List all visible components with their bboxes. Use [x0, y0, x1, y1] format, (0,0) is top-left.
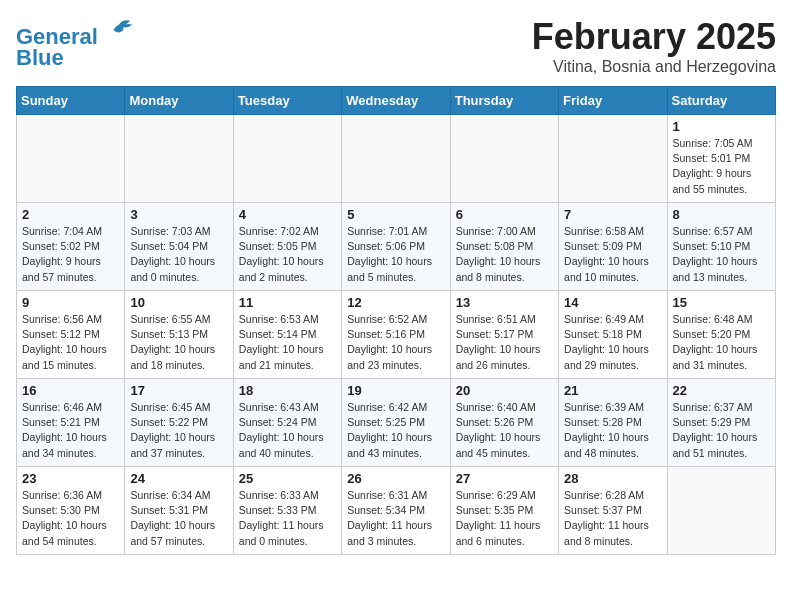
day-info: Sunrise: 7:05 AM Sunset: 5:01 PM Dayligh… [673, 136, 770, 197]
day-info: Sunrise: 6:37 AM Sunset: 5:29 PM Dayligh… [673, 400, 770, 461]
day-info: Sunrise: 6:45 AM Sunset: 5:22 PM Dayligh… [130, 400, 227, 461]
day-info: Sunrise: 6:40 AM Sunset: 5:26 PM Dayligh… [456, 400, 553, 461]
calendar-cell: 2Sunrise: 7:04 AM Sunset: 5:02 PM Daylig… [17, 203, 125, 291]
day-info: Sunrise: 6:53 AM Sunset: 5:14 PM Dayligh… [239, 312, 336, 373]
weekday-sunday: Sunday [17, 87, 125, 115]
day-number: 15 [673, 295, 770, 310]
day-number: 24 [130, 471, 227, 486]
day-number: 2 [22, 207, 119, 222]
day-number: 10 [130, 295, 227, 310]
week-row-2: 2Sunrise: 7:04 AM Sunset: 5:02 PM Daylig… [17, 203, 776, 291]
calendar-cell: 28Sunrise: 6:28 AM Sunset: 5:37 PM Dayli… [559, 467, 667, 555]
day-number: 4 [239, 207, 336, 222]
day-number: 26 [347, 471, 444, 486]
day-info: Sunrise: 6:36 AM Sunset: 5:30 PM Dayligh… [22, 488, 119, 549]
day-number: 5 [347, 207, 444, 222]
day-number: 19 [347, 383, 444, 398]
calendar-cell: 21Sunrise: 6:39 AM Sunset: 5:28 PM Dayli… [559, 379, 667, 467]
day-info: Sunrise: 6:52 AM Sunset: 5:16 PM Dayligh… [347, 312, 444, 373]
day-number: 21 [564, 383, 661, 398]
day-info: Sunrise: 6:39 AM Sunset: 5:28 PM Dayligh… [564, 400, 661, 461]
day-info: Sunrise: 6:49 AM Sunset: 5:18 PM Dayligh… [564, 312, 661, 373]
day-number: 27 [456, 471, 553, 486]
day-info: Sunrise: 6:57 AM Sunset: 5:10 PM Dayligh… [673, 224, 770, 285]
day-number: 7 [564, 207, 661, 222]
day-number: 13 [456, 295, 553, 310]
title-block: February 2025 Vitina, Bosnia and Herzego… [532, 16, 776, 76]
day-info: Sunrise: 6:58 AM Sunset: 5:09 PM Dayligh… [564, 224, 661, 285]
week-row-3: 9Sunrise: 6:56 AM Sunset: 5:12 PM Daylig… [17, 291, 776, 379]
weekday-saturday: Saturday [667, 87, 775, 115]
calendar-cell: 22Sunrise: 6:37 AM Sunset: 5:29 PM Dayli… [667, 379, 775, 467]
calendar-cell: 4Sunrise: 7:02 AM Sunset: 5:05 PM Daylig… [233, 203, 341, 291]
day-info: Sunrise: 7:04 AM Sunset: 5:02 PM Dayligh… [22, 224, 119, 285]
week-row-4: 16Sunrise: 6:46 AM Sunset: 5:21 PM Dayli… [17, 379, 776, 467]
calendar-cell: 15Sunrise: 6:48 AM Sunset: 5:20 PM Dayli… [667, 291, 775, 379]
calendar-cell: 26Sunrise: 6:31 AM Sunset: 5:34 PM Dayli… [342, 467, 450, 555]
day-number: 6 [456, 207, 553, 222]
calendar-cell: 18Sunrise: 6:43 AM Sunset: 5:24 PM Dayli… [233, 379, 341, 467]
day-info: Sunrise: 6:46 AM Sunset: 5:21 PM Dayligh… [22, 400, 119, 461]
day-number: 23 [22, 471, 119, 486]
calendar-cell: 5Sunrise: 7:01 AM Sunset: 5:06 PM Daylig… [342, 203, 450, 291]
day-info: Sunrise: 7:03 AM Sunset: 5:04 PM Dayligh… [130, 224, 227, 285]
week-row-1: 1Sunrise: 7:05 AM Sunset: 5:01 PM Daylig… [17, 115, 776, 203]
day-number: 25 [239, 471, 336, 486]
day-info: Sunrise: 6:43 AM Sunset: 5:24 PM Dayligh… [239, 400, 336, 461]
calendar-cell: 11Sunrise: 6:53 AM Sunset: 5:14 PM Dayli… [233, 291, 341, 379]
calendar-cell: 10Sunrise: 6:55 AM Sunset: 5:13 PM Dayli… [125, 291, 233, 379]
day-info: Sunrise: 6:28 AM Sunset: 5:37 PM Dayligh… [564, 488, 661, 549]
day-info: Sunrise: 6:55 AM Sunset: 5:13 PM Dayligh… [130, 312, 227, 373]
calendar-cell [559, 115, 667, 203]
day-info: Sunrise: 6:56 AM Sunset: 5:12 PM Dayligh… [22, 312, 119, 373]
calendar-cell: 7Sunrise: 6:58 AM Sunset: 5:09 PM Daylig… [559, 203, 667, 291]
weekday-monday: Monday [125, 87, 233, 115]
calendar-table: SundayMondayTuesdayWednesdayThursdayFrid… [16, 86, 776, 555]
calendar-cell: 13Sunrise: 6:51 AM Sunset: 5:17 PM Dayli… [450, 291, 558, 379]
calendar-cell: 6Sunrise: 7:00 AM Sunset: 5:08 PM Daylig… [450, 203, 558, 291]
day-number: 14 [564, 295, 661, 310]
calendar-cell [125, 115, 233, 203]
day-info: Sunrise: 6:51 AM Sunset: 5:17 PM Dayligh… [456, 312, 553, 373]
day-number: 17 [130, 383, 227, 398]
calendar-cell: 3Sunrise: 7:03 AM Sunset: 5:04 PM Daylig… [125, 203, 233, 291]
week-row-5: 23Sunrise: 6:36 AM Sunset: 5:30 PM Dayli… [17, 467, 776, 555]
calendar-cell [667, 467, 775, 555]
day-info: Sunrise: 6:31 AM Sunset: 5:34 PM Dayligh… [347, 488, 444, 549]
day-number: 3 [130, 207, 227, 222]
logo-bird-icon [106, 16, 134, 44]
calendar-body: 1Sunrise: 7:05 AM Sunset: 5:01 PM Daylig… [17, 115, 776, 555]
page-header: General Blue February 2025 Vitina, Bosni… [16, 16, 776, 76]
calendar-cell: 27Sunrise: 6:29 AM Sunset: 5:35 PM Dayli… [450, 467, 558, 555]
calendar-cell: 14Sunrise: 6:49 AM Sunset: 5:18 PM Dayli… [559, 291, 667, 379]
weekday-wednesday: Wednesday [342, 87, 450, 115]
day-number: 20 [456, 383, 553, 398]
calendar-cell: 1Sunrise: 7:05 AM Sunset: 5:01 PM Daylig… [667, 115, 775, 203]
day-info: Sunrise: 7:02 AM Sunset: 5:05 PM Dayligh… [239, 224, 336, 285]
weekday-friday: Friday [559, 87, 667, 115]
weekday-tuesday: Tuesday [233, 87, 341, 115]
day-info: Sunrise: 6:48 AM Sunset: 5:20 PM Dayligh… [673, 312, 770, 373]
day-number: 8 [673, 207, 770, 222]
day-info: Sunrise: 7:00 AM Sunset: 5:08 PM Dayligh… [456, 224, 553, 285]
day-number: 22 [673, 383, 770, 398]
calendar-cell: 17Sunrise: 6:45 AM Sunset: 5:22 PM Dayli… [125, 379, 233, 467]
calendar-cell: 12Sunrise: 6:52 AM Sunset: 5:16 PM Dayli… [342, 291, 450, 379]
calendar-cell: 23Sunrise: 6:36 AM Sunset: 5:30 PM Dayli… [17, 467, 125, 555]
weekday-thursday: Thursday [450, 87, 558, 115]
day-number: 1 [673, 119, 770, 134]
day-info: Sunrise: 6:29 AM Sunset: 5:35 PM Dayligh… [456, 488, 553, 549]
calendar-cell: 9Sunrise: 6:56 AM Sunset: 5:12 PM Daylig… [17, 291, 125, 379]
main-title: February 2025 [532, 16, 776, 58]
logo: General Blue [16, 16, 134, 71]
day-info: Sunrise: 6:42 AM Sunset: 5:25 PM Dayligh… [347, 400, 444, 461]
day-number: 18 [239, 383, 336, 398]
calendar-cell: 8Sunrise: 6:57 AM Sunset: 5:10 PM Daylig… [667, 203, 775, 291]
day-number: 28 [564, 471, 661, 486]
day-info: Sunrise: 6:33 AM Sunset: 5:33 PM Dayligh… [239, 488, 336, 549]
subtitle: Vitina, Bosnia and Herzegovina [532, 58, 776, 76]
day-info: Sunrise: 6:34 AM Sunset: 5:31 PM Dayligh… [130, 488, 227, 549]
calendar-cell: 24Sunrise: 6:34 AM Sunset: 5:31 PM Dayli… [125, 467, 233, 555]
calendar-cell [233, 115, 341, 203]
calendar-cell [17, 115, 125, 203]
